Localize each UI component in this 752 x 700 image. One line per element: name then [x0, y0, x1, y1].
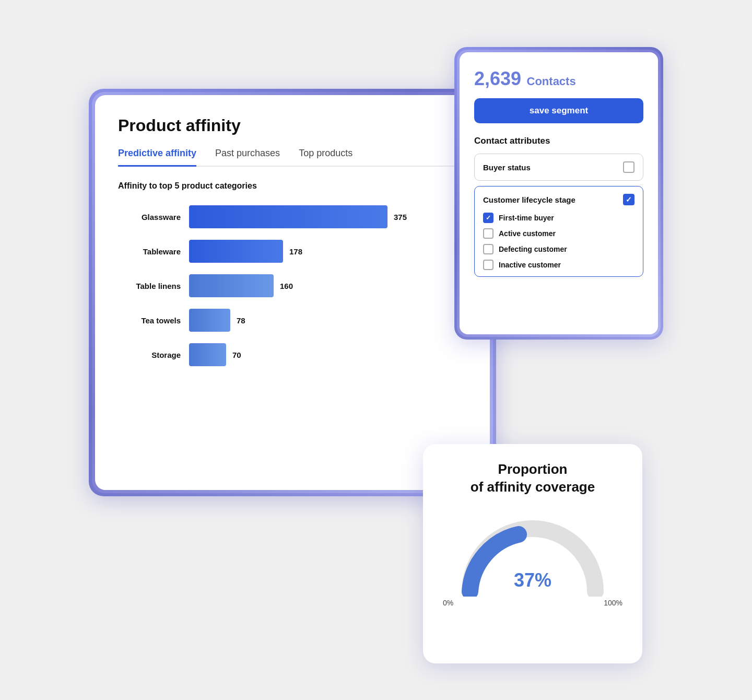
contacts-count: 2,639: [474, 68, 521, 89]
bar-label: Tableware: [118, 247, 181, 256]
tab-past-purchases[interactable]: Past purchases: [215, 148, 280, 167]
bar-track: 178: [189, 240, 467, 263]
contact-attributes-title: Contact attributes: [474, 136, 643, 146]
product-affinity-card: Product affinity Predictive affinity Pas…: [95, 95, 490, 490]
option-label: Defecting customer: [499, 245, 567, 253]
gauge-min-label: 0%: [443, 599, 453, 607]
bar-track: 160: [189, 274, 467, 297]
gauge-labels: 0% 100%: [438, 599, 628, 607]
option-checkbox[interactable]: [483, 260, 494, 270]
bar-value: 160: [280, 282, 293, 290]
bar-chart: Glassware375Tableware178Table linens160T…: [118, 205, 467, 366]
bar-track: 70: [189, 343, 467, 366]
bar-value: 78: [237, 316, 245, 325]
bar-chart-section-title: Affinity to top 5 product categories: [118, 181, 467, 191]
contact-card: 2,639 Contacts save segment Contact attr…: [460, 52, 658, 334]
bar-label: Storage: [118, 351, 181, 359]
lifecycle-stage-label: Customer lifecycle stage: [483, 195, 575, 204]
lifecycle-option: Inactive customer: [483, 260, 634, 270]
lifecycle-stage-header: Customer lifecycle stage: [475, 186, 643, 213]
proportion-card: Proportionof affinity coverage 37% 0% 10…: [423, 444, 642, 663]
contacts-count-row: 2,639 Contacts: [474, 68, 643, 90]
bar-row: Tea towels78: [118, 309, 467, 332]
buyer-status-row: Buyer status: [474, 154, 643, 181]
buyer-status-label: Buyer status: [483, 163, 531, 172]
gauge-container: 37%: [460, 513, 606, 597]
bar-fill: [189, 274, 274, 297]
bar-fill: [189, 240, 283, 263]
option-label: Inactive customer: [499, 261, 561, 269]
lifecycle-stage-checkbox[interactable]: [623, 194, 634, 205]
gauge-percent: 37%: [514, 569, 551, 591]
bar-track: 78: [189, 309, 467, 332]
bar-row: Table linens160: [118, 274, 467, 297]
contact-card-outer: 2,639 Contacts save segment Contact attr…: [454, 47, 663, 340]
lifecycle-option: First-time buyer: [483, 213, 634, 223]
buyer-status-checkbox[interactable]: [623, 161, 634, 173]
tab-predictive-affinity[interactable]: Predictive affinity: [118, 148, 196, 167]
gauge-max-label: 100%: [604, 599, 622, 607]
lifecycle-stage-row: Customer lifecycle stage First-time buye…: [474, 186, 643, 277]
bar-label: Table linens: [118, 282, 181, 290]
product-affinity-card-mid: Product affinity Predictive affinity Pas…: [92, 92, 493, 493]
bar-row: Tableware178: [118, 240, 467, 263]
tabs-bar: Predictive affinity Past purchases Top p…: [118, 148, 467, 167]
product-affinity-title: Product affinity: [118, 116, 467, 135]
bar-row: Glassware375: [118, 205, 467, 228]
bar-label: Glassware: [118, 213, 181, 221]
option-label: Active customer: [499, 229, 556, 238]
bar-label: Tea towels: [118, 316, 181, 325]
contacts-label: Contacts: [527, 75, 576, 88]
lifecycle-option: Active customer: [483, 228, 634, 239]
bar-fill: [189, 205, 387, 228]
bar-value: 70: [232, 351, 241, 359]
tab-top-products[interactable]: Top products: [299, 148, 352, 167]
lifecycle-options: First-time buyerActive customerDefecting…: [475, 213, 643, 276]
bar-value: 375: [394, 213, 407, 221]
option-checkbox[interactable]: [483, 213, 494, 223]
proportion-title: Proportionof affinity coverage: [471, 461, 595, 496]
bar-fill: [189, 343, 226, 366]
bar-fill: [189, 309, 230, 332]
save-segment-button[interactable]: save segment: [474, 98, 643, 123]
bar-row: Storage70: [118, 343, 467, 366]
option-checkbox[interactable]: [483, 244, 494, 254]
contact-card-mid: 2,639 Contacts save segment Contact attr…: [457, 50, 661, 337]
bar-value: 178: [289, 247, 302, 256]
option-label: First-time buyer: [499, 214, 554, 222]
lifecycle-option: Defecting customer: [483, 244, 634, 254]
option-checkbox[interactable]: [483, 228, 494, 239]
product-affinity-card-outer: Product affinity Predictive affinity Pas…: [89, 89, 496, 496]
bar-track: 375: [189, 205, 467, 228]
